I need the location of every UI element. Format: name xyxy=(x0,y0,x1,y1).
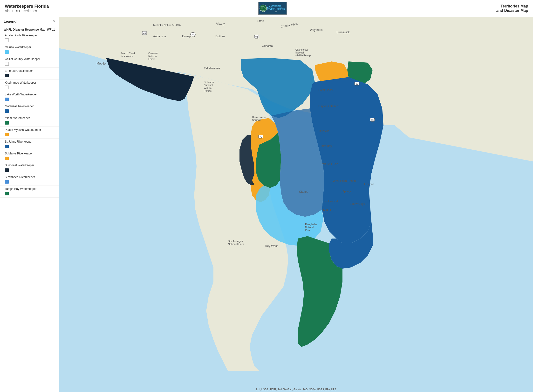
header-logo: WWALS Watershed Coalition Suwannee RIVER… xyxy=(258,2,287,15)
legend-item: Tampa Bay Waterkeeper xyxy=(0,186,59,198)
svg-text:Park: Park xyxy=(305,229,310,232)
legend-item-name: Tampa Bay Waterkeeper xyxy=(5,187,55,191)
legend-item: Suwannee Riverkeeper xyxy=(0,174,59,186)
legend-panel: Legend × WKFL Disaster Response Map_WFL1… xyxy=(0,17,59,392)
svg-text:Albany: Albany xyxy=(216,22,225,25)
svg-text:75: 75 xyxy=(371,119,374,121)
svg-rect-12 xyxy=(5,86,9,89)
svg-rect-9 xyxy=(5,50,9,54)
legend-item: Peace Myakka Waterkeeper xyxy=(0,127,59,139)
legend-item-name: Miami Waterkeeper xyxy=(5,116,55,120)
legend-icon xyxy=(5,73,10,78)
svg-rect-11 xyxy=(5,74,9,77)
legend-icon xyxy=(5,85,10,90)
svg-rect-16 xyxy=(5,133,9,136)
svg-text:Dothan: Dothan xyxy=(215,35,225,38)
legend-item: Collier County Waterkeeper xyxy=(0,56,59,68)
svg-text:Mobile: Mobile xyxy=(96,62,106,65)
legend-icon xyxy=(5,109,10,113)
legend-item: Kissimmee Waterkeeper xyxy=(0,80,59,91)
svg-text:Miami: Miami xyxy=(323,208,331,212)
svg-text:Waycross: Waycross xyxy=(310,28,322,32)
svg-rect-18 xyxy=(5,157,9,160)
svg-text:Dry Tortugas: Dry Tortugas xyxy=(228,240,243,243)
svg-text:Okalee: Okalee xyxy=(299,190,308,193)
svg-text:Watershed: Watershed xyxy=(261,8,266,9)
legend-item-name: Suncoast Waterkeeper xyxy=(5,164,55,167)
svg-text:Okefenokee: Okefenokee xyxy=(295,48,308,51)
legend-icon xyxy=(5,97,10,101)
svg-text:Port St. Lucie: Port St. Lucie xyxy=(321,162,338,166)
svg-text:National: National xyxy=(295,51,304,54)
svg-rect-15 xyxy=(5,121,9,125)
legend-item: Miami Waterkeeper xyxy=(0,115,59,127)
header-left: Waterkeepers Florida Also FDEP Territori… xyxy=(5,4,49,13)
svg-text:Freeport: Freeport xyxy=(364,183,374,186)
svg-text:Forest: Forest xyxy=(148,58,155,60)
svg-text:Tifton: Tifton xyxy=(257,20,264,23)
svg-text:RIVERKEEPER: RIVERKEEPER xyxy=(267,8,285,11)
svg-text:Reservation: Reservation xyxy=(121,55,133,58)
legend-section-title: WKFL Disaster Response Map_WFL1 xyxy=(0,26,59,32)
svg-rect-21 xyxy=(5,192,9,195)
svg-text:Everglades: Everglades xyxy=(305,223,317,226)
svg-text:Brunswick: Brunswick xyxy=(336,31,350,34)
svg-text:84: 84 xyxy=(255,36,258,38)
logo-image: WWALS Watershed Coalition Suwannee RIVER… xyxy=(258,2,287,15)
map-title-line1: Territories Map xyxy=(501,4,528,8)
svg-rect-14 xyxy=(5,109,9,113)
svg-rect-20 xyxy=(5,180,9,184)
svg-text:Palm Coast: Palm Coast xyxy=(318,88,334,92)
legend-item: Suncoast Waterkeeper xyxy=(0,162,59,174)
svg-rect-10 xyxy=(5,62,9,66)
legend-item-name: Collier County Waterkeeper xyxy=(5,57,55,61)
map-container[interactable]: Minkoka Nation 5DTSA Albany Tifton Coast… xyxy=(59,17,533,392)
svg-text:National: National xyxy=(305,226,314,229)
app-header: Waterkeepers Florida Also FDEP Territori… xyxy=(0,0,533,17)
svg-rect-13 xyxy=(5,98,9,101)
legend-icon xyxy=(5,50,10,54)
svg-text:Conecuh: Conecuh xyxy=(148,52,158,55)
svg-rect-8 xyxy=(5,39,9,42)
legend-icon xyxy=(5,180,10,184)
svg-text:Elbow Cays: Elbow Cays xyxy=(350,202,365,206)
svg-text:Andalusia: Andalusia xyxy=(153,35,166,38)
legend-item: Apalachicola Riverkeeper xyxy=(0,32,59,44)
legend-item-name: Emerald Coastkeeper xyxy=(5,69,55,73)
legend-icon xyxy=(5,121,10,125)
svg-text:Homosassa: Homosassa xyxy=(252,116,266,119)
svg-text:West Palm Beach: West Palm Beach xyxy=(333,179,356,183)
legend-title: Legend xyxy=(4,19,16,23)
legend-close-button[interactable]: × xyxy=(53,20,55,23)
svg-text:Valdosta: Valdosta xyxy=(262,44,273,48)
legend-item-name: Kissimmee Waterkeeper xyxy=(5,81,55,84)
header-right: Territories Map and Disaster Map xyxy=(496,4,528,13)
legend-icon xyxy=(5,156,10,160)
svg-text:Hollywood: Hollywood xyxy=(324,200,338,203)
svg-text:Key West: Key West xyxy=(265,244,278,248)
svg-text:®: ® xyxy=(275,11,277,13)
legend-item: St Marys Riverkeeper xyxy=(0,150,59,162)
svg-text:Refuge: Refuge xyxy=(204,90,212,92)
map-svg: Minkoka Nation 5DTSA Albany Tifton Coast… xyxy=(59,17,533,392)
legend-item: Calusa Waterkeeper xyxy=(0,44,59,56)
svg-text:St. Marks: St. Marks xyxy=(204,81,214,84)
svg-text:Poarch Creek: Poarch Creek xyxy=(121,52,136,55)
legend-item: St Johns Riverkeeper xyxy=(0,139,59,150)
svg-text:Suwannee: Suwannee xyxy=(271,5,281,7)
svg-text:National: National xyxy=(148,55,157,58)
svg-text:WWALS: WWALS xyxy=(261,7,266,8)
legend-items-list: Apalachicola RiverkeeperCalusa Waterkeep… xyxy=(0,32,59,198)
legend-icon xyxy=(5,144,10,149)
svg-text:Coalition: Coalition xyxy=(261,10,265,11)
map-title: Territories Map and Disaster Map xyxy=(496,4,528,13)
svg-text:National Park: National Park xyxy=(228,243,244,246)
svg-rect-17 xyxy=(5,145,9,148)
legend-icon xyxy=(5,133,10,137)
svg-text:95: 95 xyxy=(356,83,358,85)
svg-text:Daytona Beach: Daytona Beach xyxy=(318,105,338,108)
legend-icon xyxy=(5,168,10,172)
svg-text:Wildlife Refuge: Wildlife Refuge xyxy=(295,54,311,57)
legend-item-name: Matanzas Riverkeeper xyxy=(5,105,55,108)
app-title: Waterkeepers Florida xyxy=(5,4,49,9)
